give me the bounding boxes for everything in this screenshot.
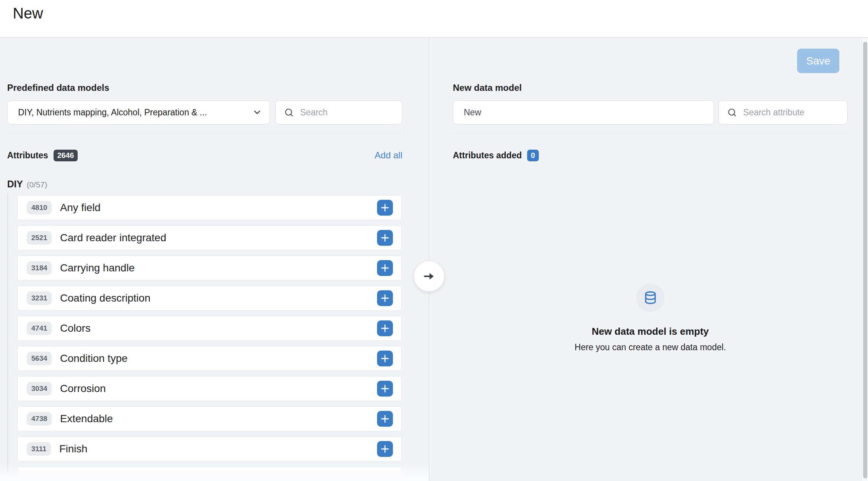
attribute-row: 3111 Finish (17, 437, 402, 461)
panel-divider (429, 38, 429, 481)
new-data-model-page: New Save Predefined data models DIY, Nut… (0, 0, 868, 481)
attribute-code-badge: 3111 (27, 442, 51, 456)
attribute-search-field[interactable]: Search (275, 100, 402, 124)
transfer-arrow-button[interactable] (414, 261, 444, 291)
vertical-scrollbar[interactable] (862, 38, 868, 481)
plus-icon (380, 444, 390, 454)
attribute-row: 4741 Colors (17, 316, 402, 341)
plus-icon (380, 263, 390, 273)
attribute-row: 4810 Any field (17, 195, 402, 220)
attribute-code-badge: 3184 (27, 261, 52, 275)
attributes-count-badge: 2646 (54, 150, 78, 161)
empty-state: New data model is empty Here you can cre… (453, 283, 848, 352)
attribute-code-badge: 5634 (27, 352, 52, 365)
attribute-label: Coating description (60, 292, 150, 304)
add-all-link[interactable]: Add all (375, 150, 402, 161)
group-name: DIY (7, 179, 23, 190)
model-name-input[interactable]: New (453, 100, 714, 124)
attribute-row: 2521 Card reader integrated (17, 225, 402, 250)
arrow-right-icon (422, 269, 436, 283)
attribute-row: 4738 Extendable (17, 406, 402, 431)
add-attribute-button[interactable] (377, 411, 393, 427)
add-attribute-button[interactable] (377, 381, 393, 397)
empty-state-title: New data model is empty (453, 326, 848, 337)
add-attribute-button[interactable] (377, 320, 393, 336)
group-progress: (0/57) (27, 180, 48, 189)
add-attribute-button[interactable] (377, 290, 393, 306)
attribute-label: Corrosion (60, 383, 106, 395)
attribute-row: 3184 Carrying handle (17, 256, 402, 280)
attribute-row: 3034 Corrosion (17, 376, 402, 401)
attribute-label: Condition type (60, 352, 127, 365)
attribute-row: 3231 Coating description (17, 286, 402, 311)
attributes-header: Attributes 2646 Add all (7, 149, 402, 162)
attribute-label: Any field (60, 202, 100, 214)
attributes-added-label: Attributes added (453, 150, 522, 161)
chevron-down-icon (252, 107, 262, 117)
group-indent-line (7, 193, 8, 481)
plus-icon (380, 202, 390, 213)
attribute-code-badge: 4738 (27, 412, 52, 426)
attributes-label: Attributes (7, 150, 48, 161)
predefined-models-heading: Predefined data models (7, 83, 109, 93)
attribute-label: Colors (60, 322, 90, 334)
predefined-model-select[interactable]: DIY, Nutrients mapping, Alcohol, Prepara… (7, 100, 270, 124)
add-attribute-button[interactable] (377, 260, 393, 276)
attribute-row-partial (17, 467, 402, 481)
attribute-code-badge: 4810 (27, 201, 52, 214)
add-attribute-button[interactable] (377, 200, 393, 216)
attribute-row: 5634 Condition type (17, 346, 402, 371)
attribute-code-badge: 3034 (27, 382, 52, 395)
scrollbar-thumb[interactable] (863, 42, 867, 478)
predefined-model-select-value: DIY, Nutrients mapping, Alcohol, Prepara… (18, 107, 207, 118)
plus-icon (380, 383, 390, 394)
attributes-added-count-badge: 0 (527, 150, 539, 161)
attribute-label: Extendable (60, 413, 113, 425)
empty-state-icon-circle (636, 283, 665, 312)
plus-icon (380, 323, 390, 334)
attribute-label: Card reader integrated (60, 232, 166, 244)
added-attribute-search-field[interactable]: Search attribute (718, 100, 848, 124)
plus-icon (380, 353, 390, 364)
database-icon (643, 290, 658, 305)
page-header: New (0, 0, 868, 38)
attribute-group-header: DIY (0/57) (7, 179, 48, 190)
new-data-model-heading: New data model (453, 83, 522, 93)
right-panel-divider (453, 133, 848, 134)
empty-state-subtitle: Here you can create a new data model. (453, 342, 848, 352)
save-button[interactable]: Save (797, 49, 839, 73)
attribute-code-badge: 4741 (27, 322, 52, 335)
attribute-list: 4810 Any field 2521 Card reader integrat… (17, 195, 402, 467)
attribute-label: Carrying handle (60, 262, 135, 274)
search-icon (284, 107, 294, 118)
plus-icon (380, 293, 390, 303)
attribute-code-badge: 2521 (27, 231, 52, 245)
search-attribute-placeholder: Search attribute (743, 107, 804, 118)
search-icon (727, 107, 737, 118)
add-attribute-button[interactable] (377, 441, 393, 457)
page-title: New (13, 5, 43, 22)
left-panel-divider (7, 133, 402, 134)
plus-icon (380, 233, 390, 243)
add-attribute-button[interactable] (377, 351, 393, 366)
attributes-added-header: Attributes added 0 (453, 149, 848, 162)
attribute-code-badge: 3231 (27, 291, 52, 305)
add-attribute-button[interactable] (377, 230, 393, 246)
search-placeholder: Search (300, 107, 328, 118)
model-name-value: New (464, 107, 481, 118)
attribute-label: Finish (59, 443, 87, 455)
plus-icon (380, 414, 390, 424)
